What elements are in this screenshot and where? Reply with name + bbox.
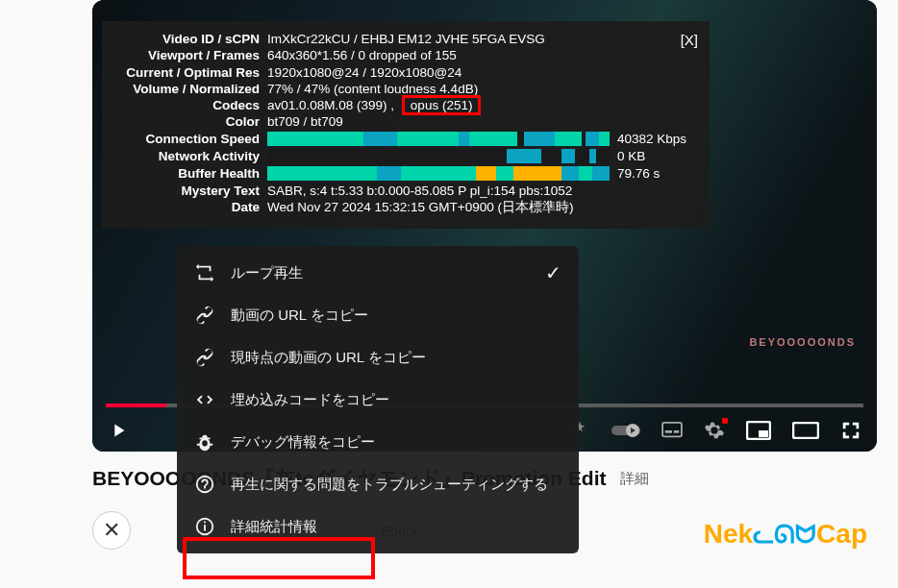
nekocap-logo[interactable]: NekᓚᘏᗢCap xyxy=(704,519,867,550)
cat-icon: ᓚᘏᗢ xyxy=(753,520,816,549)
help-icon xyxy=(194,474,215,495)
svg-rect-2 xyxy=(662,423,682,436)
stat-label: Mystery Text xyxy=(112,183,267,199)
stat-metric: 40382 Kbps xyxy=(617,131,698,147)
menu-label: 現時点の動画の URL をコピー xyxy=(231,349,426,367)
menu-item[interactable]: 現時点の動画の URL をコピー xyxy=(177,336,579,379)
check-icon: ✓ xyxy=(545,261,561,284)
stat-label: Color xyxy=(112,113,267,130)
subtitles-icon[interactable] xyxy=(661,422,683,439)
stat-bar-row: Connection Speed40382 Kbps xyxy=(112,131,698,148)
svg-rect-4 xyxy=(674,430,679,433)
menu-item[interactable]: 再生に関する問題をトラブルシューティングする xyxy=(177,463,579,505)
stat-row-codecs: Codecs av01.0.08M.08 (399) , opus (251) xyxy=(112,97,698,113)
svg-rect-3 xyxy=(665,430,672,433)
stat-row: Viewport / Frames640x360*1.56 / 0 droppe… xyxy=(112,47,698,63)
stat-metric: 0 KB xyxy=(617,148,698,164)
link-icon xyxy=(194,347,215,368)
info-icon xyxy=(194,516,215,537)
svg-rect-6 xyxy=(759,430,768,437)
nekocap-cap: Cap xyxy=(816,519,867,549)
link-icon xyxy=(194,305,215,326)
stat-bar xyxy=(267,132,610,146)
stat-value: bt709 / bt709 xyxy=(267,113,698,130)
menu-label: デバッグ情報をコピー xyxy=(231,433,375,452)
stats-panel: [X] Video ID / sCPNImXkCr22kCU / EHBJ EM… xyxy=(102,21,710,229)
miniplayer-icon[interactable] xyxy=(746,421,771,440)
menu-label: 動画の URL をコピー xyxy=(231,306,368,325)
menu-label: 詳細統計情報 xyxy=(231,518,317,536)
stat-bar xyxy=(267,149,610,163)
stat-label: Current / Optimal Res xyxy=(112,64,267,81)
embed-icon xyxy=(194,389,215,410)
bug-icon xyxy=(194,431,215,453)
stat-row: Current / Optimal Res1920x1080@24 / 1920… xyxy=(112,64,698,81)
fullscreen-icon[interactable] xyxy=(840,420,861,441)
video-watermark: BEYOOOOONDS xyxy=(749,336,856,348)
stat-label: Volume / Normalized xyxy=(112,81,267,97)
context-menu[interactable]: ループ再生✓動画の URL をコピー現時点の動画の URL をコピー埋め込みコー… xyxy=(177,246,579,553)
loop-icon xyxy=(194,262,215,283)
menu-item[interactable]: 詳細統計情報 xyxy=(177,505,579,548)
stat-row: Video ID / sCPNImXkCr22kCU / EHBJ EM12 J… xyxy=(112,31,698,47)
stat-value: 1920x1080@24 / 1920x1080@24 xyxy=(267,64,698,81)
nekocap-nek: Nek xyxy=(704,519,753,549)
stat-label: Network Activity xyxy=(112,148,267,165)
stat-value: 640x360*1.56 / 0 dropped of 155 xyxy=(267,47,698,63)
stat-label: Codecs xyxy=(112,97,267,113)
menu-item[interactable]: ループ再生✓ xyxy=(177,252,579,294)
stat-value: SABR, s:4 t:5.33 b:0.000-85.085 P pl_i:1… xyxy=(267,183,698,199)
details-link[interactable]: 詳細 xyxy=(620,470,649,488)
svg-rect-10 xyxy=(204,525,206,530)
stats-close-button[interactable]: [X] xyxy=(681,31,698,49)
menu-item[interactable]: デバッグ情報をコピー xyxy=(177,421,579,463)
stat-row: DateWed Nov 27 2024 15:32:15 GMT+0900 (日… xyxy=(112,199,698,215)
menu-label: 埋め込みコードをコピー xyxy=(231,391,389,409)
progress-fill xyxy=(106,404,166,407)
stat-row: Mystery TextSABR, s:4 t:5.33 b:0.000-85.… xyxy=(112,183,698,199)
stat-row-color: Color bt709 / bt709 xyxy=(112,113,698,130)
stat-bar xyxy=(267,166,610,181)
stat-label: Video ID / sCPN xyxy=(112,31,267,47)
autoplay-toggle[interactable] xyxy=(611,423,640,438)
stat-value: ImXkCr22kCU / EHBJ EM12 JVHE 5FGA EVSG xyxy=(267,31,698,47)
settings-icon[interactable] xyxy=(704,420,725,441)
menu-item[interactable]: 埋め込みコードをコピー xyxy=(177,379,579,421)
menu-item[interactable]: 動画の URL をコピー xyxy=(177,294,579,336)
menu-label: ループ再生 xyxy=(231,264,303,282)
settings-hd-badge xyxy=(722,418,728,424)
stat-bar-row: Network Activity0 KB xyxy=(112,148,698,165)
theater-icon[interactable] xyxy=(792,422,819,439)
play-icon[interactable] xyxy=(108,420,129,441)
stat-metric: 79.76 s xyxy=(617,165,698,182)
codecs-highlight: opus (251) xyxy=(402,95,482,115)
close-chip[interactable]: ✕ xyxy=(92,511,131,550)
stat-label: Connection Speed xyxy=(112,131,267,148)
stat-value: 77% / 47% (content loudness 4.4dB) xyxy=(267,81,698,97)
stat-label: Viewport / Frames xyxy=(112,47,267,63)
svg-rect-11 xyxy=(204,522,206,524)
stat-label: Buffer Health xyxy=(112,165,267,183)
svg-point-8 xyxy=(197,477,213,493)
stat-bar-row: Buffer Health79.76 s xyxy=(112,165,698,183)
menu-label: 再生に関する問題をトラブルシューティングする xyxy=(231,476,548,494)
svg-rect-7 xyxy=(793,423,818,438)
stat-label: Date xyxy=(112,199,267,215)
stat-value: Wed Nov 27 2024 15:32:15 GMT+0900 (日本標準時… xyxy=(267,199,698,215)
stat-value: av01.0.08M.08 (399) , opus (251) xyxy=(267,97,698,113)
